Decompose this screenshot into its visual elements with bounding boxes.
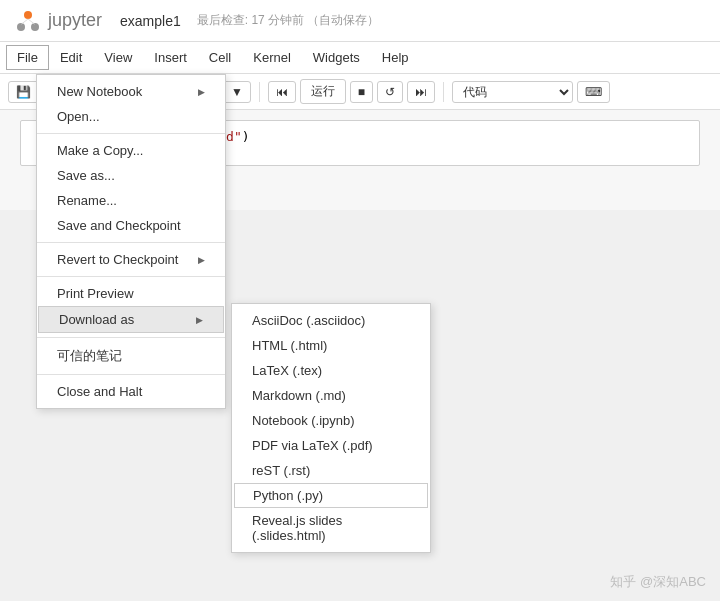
download-asciidoc[interactable]: AsciiDoc (.asciidoc) [232, 308, 430, 333]
divider5 [37, 374, 225, 375]
run-label: 运行 [311, 83, 335, 100]
menu-cell[interactable]: Cell [198, 45, 242, 70]
keyboard-button[interactable]: ⌨ [577, 81, 610, 103]
notebook-status: 最后检查: 17 分钟前 （自动保存） [197, 12, 380, 29]
download-submenu: AsciiDoc (.asciidoc) HTML (.html) LaTeX … [231, 303, 431, 553]
svg-point-0 [24, 11, 32, 19]
run-button[interactable]: 运行 [300, 79, 346, 104]
revert-checkpoint-item[interactable]: Revert to Checkpoint [37, 247, 225, 272]
menu-help[interactable]: Help [371, 45, 420, 70]
rename-item[interactable]: Rename... [37, 188, 225, 213]
menu-edit[interactable]: Edit [49, 45, 93, 70]
download-rst[interactable]: reST (.rst) [232, 458, 430, 483]
restart-run-button[interactable]: ⏭ [407, 81, 435, 103]
download-html[interactable]: HTML (.html) [232, 333, 430, 358]
save-as-item[interactable]: Save as... [37, 163, 225, 188]
divider3 [37, 276, 225, 277]
save-checkpoint-item[interactable]: Save and Checkpoint [37, 213, 225, 238]
watermark: 知乎 @深知ABC [610, 573, 706, 591]
download-as-item[interactable]: Download as AsciiDoc (.asciidoc) HTML (.… [38, 306, 224, 333]
stop-button[interactable]: ■ [350, 81, 373, 103]
separator3 [443, 82, 444, 102]
move-down-button[interactable]: ▼ [223, 81, 251, 103]
menu-kernel[interactable]: Kernel [242, 45, 302, 70]
download-pdf[interactable]: PDF via LaTeX (.pdf) [232, 433, 430, 458]
trusted-notebook-item[interactable]: 可信的笔记 [37, 342, 225, 370]
download-reveal[interactable]: Reveal.js slides (.slides.html) [232, 508, 430, 548]
menu-file[interactable]: File [6, 45, 49, 70]
download-notebook[interactable]: Notebook (.ipynb) [232, 408, 430, 433]
restart-button[interactable]: ↺ [377, 81, 403, 103]
download-python[interactable]: Python (.py) [234, 483, 428, 508]
svg-point-1 [17, 23, 25, 31]
open-item[interactable]: Open... [37, 104, 225, 129]
jupyter-icon [14, 7, 42, 35]
separator2 [259, 82, 260, 102]
jupyter-logo: jupyter [14, 7, 102, 35]
divider1 [37, 133, 225, 134]
file-dropdown: New Notebook Open... Make a Copy... Save… [36, 74, 226, 409]
menu-insert[interactable]: Insert [143, 45, 198, 70]
menu-widgets[interactable]: Widgets [302, 45, 371, 70]
cell-type-select[interactable]: 代码 Markdown Raw NBConvert [452, 81, 573, 103]
notebook-name: example1 [120, 13, 181, 29]
svg-point-2 [31, 23, 39, 31]
divider4 [37, 337, 225, 338]
download-latex[interactable]: LaTeX (.tex) [232, 358, 430, 383]
make-copy-item[interactable]: Make a Copy... [37, 138, 225, 163]
download-markdown[interactable]: Markdown (.md) [232, 383, 430, 408]
close-halt-item[interactable]: Close and Halt [37, 379, 225, 404]
jupyter-brand-text: jupyter [48, 10, 102, 31]
menu-view[interactable]: View [93, 45, 143, 70]
menubar: File Edit View Insert Cell Kernel Widget… [0, 42, 720, 74]
save-button[interactable]: 💾 [8, 81, 39, 103]
divider2 [37, 242, 225, 243]
header: jupyter example1 最后检查: 17 分钟前 （自动保存） [0, 0, 720, 42]
new-notebook-item[interactable]: New Notebook [37, 79, 225, 104]
skip-to-start-button[interactable]: ⏮ [268, 81, 296, 103]
print-preview-item[interactable]: Print Preview [37, 281, 225, 306]
